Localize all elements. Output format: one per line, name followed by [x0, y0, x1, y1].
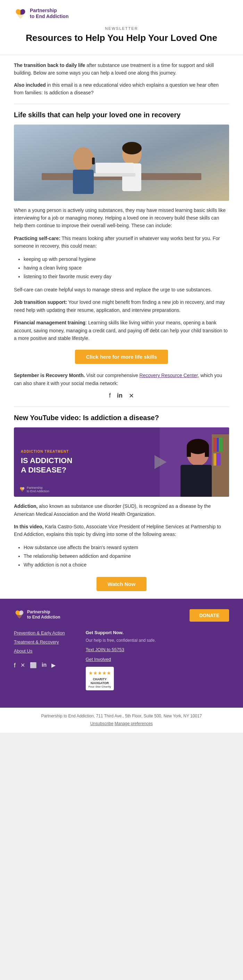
addiction-body1: Addiction, also known as substance use d… [14, 502, 229, 518]
video-thumbnail-right [160, 427, 229, 497]
donate-button[interactable]: DONATE [190, 609, 229, 622]
video-thumbnail-left: ADDICTION TREATMENT IS ADDICTION A DISEA… [14, 443, 160, 482]
footer-logo: Partnership to End Addiction [14, 609, 61, 620]
life-skills-cta-button[interactable]: Click here for more life skills [75, 350, 168, 364]
footer-logo-icon [14, 609, 25, 620]
charity-nav-label: CHARITY NAVIGATOR Four Star Charity [88, 678, 111, 688]
newsletter-label: NEWSLETTER [14, 26, 229, 30]
footer-support-subtext: Our help is free, confidential and safe. [86, 637, 156, 644]
footer-links-row: Prevention & Early Action Treatment & Re… [14, 628, 229, 690]
footer-top-row: Partnership to End Addiction DONATE [14, 609, 229, 622]
svg-point-7 [122, 142, 142, 154]
financial-paragraph: Financial management training: Learning … [14, 319, 229, 342]
self-care-follow: Self-care can create helpful ways to man… [14, 286, 229, 293]
footer-section: Partnership to End Addiction DONATE Prev… [0, 599, 243, 708]
life-skills-cta-container: Click here for more life skills [14, 350, 229, 364]
logo-text: Partnership to End Addiction [30, 8, 69, 19]
footer-logo-text: Partnership to End Addiction [27, 609, 61, 620]
video-main-title: IS ADDICTION A DISEASE? [21, 456, 153, 474]
footer-support-col: Get Support Now. Our help is free, confi… [86, 628, 156, 690]
in-this-video-paragraph: In this video, Karla Castro-Soto, Associ… [14, 523, 229, 538]
facebook-icon[interactable]: f [109, 392, 111, 399]
play-button-icon [155, 455, 166, 469]
svg-rect-21 [217, 453, 221, 466]
svg-rect-15 [205, 447, 209, 457]
video-logo-text: Partnership to End Addiction [27, 486, 49, 494]
video-logo: Partnership to End Addiction [19, 486, 49, 494]
life-skills-image [14, 124, 229, 201]
list-item: The relationship between addiction and d… [24, 552, 229, 561]
footer-get-involved[interactable]: Get Involved [86, 655, 156, 663]
list-item: listening to their favorite music every … [24, 272, 229, 281]
svg-rect-4 [92, 158, 95, 164]
svg-rect-17 [214, 438, 216, 452]
section-divider [14, 104, 229, 104]
watch-now-button[interactable]: Watch Now [96, 577, 147, 591]
logo-area: Partnership to End Addiction [14, 7, 229, 20]
unsubscribe-link[interactable]: Unsubscribe [90, 721, 114, 726]
charity-stars: ★★★★★ [88, 669, 111, 678]
footer-instagram-icon[interactable]: ⬜ [30, 662, 37, 669]
intro-section: The transition back to daily life after … [0, 55, 243, 104]
footer-support-heading: Get Support Now. [86, 628, 156, 636]
footer-facebook-icon[interactable]: f [14, 662, 16, 669]
logo-icon [14, 7, 27, 20]
social-icons-row: f in ✕ [14, 392, 229, 399]
svg-rect-14 [187, 447, 191, 457]
video-tag: ADDICTION TREATMENT [21, 450, 153, 453]
footer-nav-prevention[interactable]: Prevention & Early Action [14, 628, 65, 638]
section-divider-2 [14, 407, 229, 407]
footer-nav-col: Prevention & Early Action Treatment & Re… [14, 628, 65, 690]
footer-linkedin-icon[interactable]: in [42, 662, 46, 669]
linkedin-icon[interactable]: in [117, 392, 123, 399]
footer-youtube-icon[interactable]: ▶ [51, 662, 56, 669]
video-topics-list: How substance use affects the brain's re… [14, 543, 229, 570]
youtube-section-title: New YouTube video: Is addiction a diseas… [14, 414, 229, 422]
twitter-x-icon[interactable]: ✕ [129, 392, 134, 399]
footer-nav-treatment[interactable]: Treatment & Recovery [14, 638, 65, 647]
intro-paragraph-2: Also included in this email is a new edu… [14, 81, 229, 97]
email-header: Partnership to End Addiction NEWSLETTER … [0, 0, 243, 55]
list-item: having a clean living space [24, 264, 229, 272]
main-title: Resources to Help You Help Your Loved On… [14, 33, 229, 43]
svg-rect-12 [181, 465, 212, 497]
self-care-list: keeping up with personal hygiene having … [14, 255, 229, 282]
svg-rect-8 [94, 173, 135, 177]
list-item: keeping up with personal hygiene [24, 255, 229, 264]
svg-rect-20 [214, 453, 216, 466]
list-item: Why addiction is not a choice [24, 561, 229, 569]
svg-rect-19 [219, 438, 222, 452]
life-skills-body1: When a young person is actively using su… [14, 207, 229, 230]
life-skills-title: Life skills that can help your loved one… [14, 111, 229, 119]
charity-badge: ★★★★★ CHARITY NAVIGATOR Four Star Charit… [86, 667, 156, 690]
intro-paragraph-1: The transition back to daily life after … [14, 61, 229, 77]
footer-social-row: f ✕ ⬜ in ▶ [14, 662, 65, 669]
video-person-svg [160, 427, 229, 497]
svg-rect-18 [217, 438, 219, 452]
watch-now-container: Watch Now [14, 577, 229, 591]
footer-twitter-x-icon[interactable]: ✕ [21, 662, 25, 669]
recovery-resource-link[interactable]: Recovery Resource Center [139, 372, 198, 378]
life-skills-section: Life skills that can help your loved one… [0, 111, 243, 407]
svg-rect-3 [73, 170, 94, 194]
footer-address: Partnership to End Addiction, 711 Third … [14, 713, 229, 720]
footer-text-join[interactable]: Text JOIN to 55753 [86, 646, 156, 654]
manage-preferences-link[interactable]: Manage preferences [115, 721, 153, 726]
youtube-section: New YouTube video: Is addiction a diseas… [0, 414, 243, 591]
recovery-month-text: September is Recovery Month. Visit our c… [14, 372, 229, 387]
svg-rect-9 [96, 163, 134, 173]
list-item: How substance use affects the brain's re… [24, 543, 229, 552]
svg-point-2 [73, 147, 94, 171]
video-thumbnail[interactable]: ADDICTION TREATMENT IS ADDICTION A DISEA… [14, 427, 229, 497]
footer-bottom: Partnership to End Addiction, 711 Third … [0, 708, 243, 732]
video-logo-icon [19, 486, 26, 493]
footer-nav-about[interactable]: About Us [14, 647, 65, 655]
hero-svg [14, 124, 229, 201]
self-care-paragraph: Practicing self-care: This means looking… [14, 234, 229, 250]
job-support-paragraph: Job transition support: Your loved one m… [14, 298, 229, 314]
footer-unsub-row: Unsubscribe Manage preferences [14, 720, 229, 728]
